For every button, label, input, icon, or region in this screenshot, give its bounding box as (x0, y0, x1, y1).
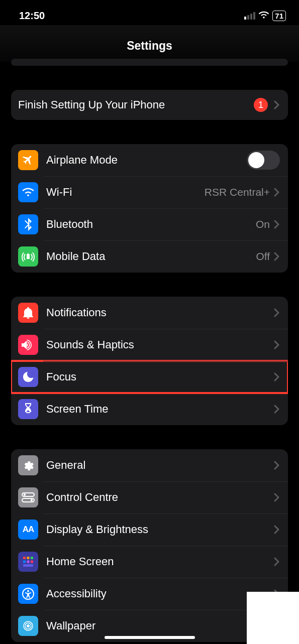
chevron-right-icon (274, 372, 280, 381)
status-bar: 12:50 71 (0, 0, 299, 25)
svg-rect-6 (31, 557, 33, 559)
accessibility-icon (18, 584, 38, 604)
accessibility-label: Accessibility (46, 587, 274, 600)
chevron-right-icon (274, 252, 280, 261)
focus-row[interactable]: Focus (11, 361, 288, 393)
general-row[interactable]: General (11, 449, 288, 481)
svg-rect-5 (27, 557, 30, 559)
chevron-right-icon (274, 220, 280, 229)
display-label: Display & Brightness (46, 523, 274, 536)
svg-rect-7 (23, 561, 26, 563)
home-indicator[interactable] (105, 636, 195, 639)
control-centre-row[interactable]: Control Centre (11, 481, 288, 513)
bluetooth-row[interactable]: Bluetooth On (11, 208, 288, 240)
home-screen-label: Home Screen (46, 555, 274, 568)
control-centre-icon (18, 487, 38, 507)
mobile-data-value: Off (256, 250, 270, 263)
finish-setup-label: Finish Setting Up Your iPhone (18, 98, 254, 111)
cellular-icon (18, 246, 38, 267)
screen-time-label: Screen Time (46, 403, 274, 416)
chevron-right-icon (274, 405, 280, 414)
svg-rect-8 (27, 561, 30, 563)
finish-setup-group: Finish Setting Up Your iPhone 1 (11, 90, 288, 120)
chevron-right-icon (274, 525, 280, 534)
svg-rect-10 (23, 564, 33, 567)
chevron-right-icon (274, 188, 280, 197)
airplane-toggle[interactable] (247, 151, 280, 170)
airplane-icon (18, 150, 38, 170)
svg-rect-9 (31, 561, 33, 563)
mobile-data-label: Mobile Data (46, 250, 256, 263)
bluetooth-value: On (256, 218, 270, 230)
airplane-label: Airplane Mode (46, 154, 247, 167)
attention-group: Notifications Sounds & Haptics Focus Scr… (11, 297, 288, 425)
sounds-label: Sounds & Haptics (46, 338, 274, 351)
control-centre-label: Control Centre (46, 491, 274, 504)
status-indicators: 71 (244, 10, 286, 22)
wifi-label: Wi-Fi (46, 186, 205, 199)
chevron-right-icon (274, 100, 280, 109)
profile-card-peek[interactable] (11, 59, 288, 66)
notification-badge: 1 (254, 98, 268, 112)
gear-icon (18, 455, 38, 475)
chevron-right-icon (274, 557, 280, 566)
mobile-data-row[interactable]: Mobile Data Off (11, 240, 288, 273)
notifications-row[interactable]: Notifications (11, 297, 288, 329)
sounds-row[interactable]: Sounds & Haptics (11, 329, 288, 361)
svg-point-12 (27, 590, 29, 592)
bluetooth-label: Bluetooth (46, 218, 256, 231)
connectivity-group: Airplane Mode Wi-Fi RSR Central+ Bluetoo… (11, 144, 288, 273)
wifi-value: RSR Central+ (205, 186, 270, 198)
svg-point-13 (27, 624, 30, 627)
display-row[interactable]: AA Display & Brightness (11, 513, 288, 546)
wallpaper-icon (18, 616, 38, 636)
wifi-icon (258, 10, 269, 22)
airplane-mode-row[interactable]: Airplane Mode (11, 144, 288, 176)
svg-rect-4 (23, 557, 26, 559)
chevron-right-icon (274, 308, 280, 317)
page-title: Settings (0, 25, 299, 62)
wifi-row[interactable]: Wi-Fi RSR Central+ (11, 176, 288, 208)
bluetooth-icon (18, 214, 38, 234)
focus-icon (18, 367, 38, 387)
notifications-label: Notifications (46, 306, 274, 319)
finish-setup-row[interactable]: Finish Setting Up Your iPhone 1 (11, 90, 288, 120)
chevron-right-icon (274, 461, 280, 470)
wifi-settings-icon (18, 182, 38, 202)
overlay-box (247, 592, 299, 644)
screen-time-row[interactable]: Screen Time (11, 393, 288, 425)
sounds-icon (18, 335, 38, 355)
notifications-icon (18, 303, 38, 323)
svg-point-3 (31, 499, 33, 501)
home-screen-icon (18, 552, 38, 572)
chevron-right-icon (274, 340, 280, 349)
screen-time-icon (18, 399, 38, 419)
status-time: 12:50 (19, 10, 45, 22)
home-screen-row[interactable]: Home Screen (11, 546, 288, 578)
focus-label: Focus (46, 370, 274, 383)
svg-point-1 (24, 493, 26, 495)
display-icon: AA (18, 520, 38, 540)
chevron-right-icon (274, 493, 280, 502)
wallpaper-label: Wallpaper (46, 619, 274, 632)
general-label: General (46, 459, 274, 472)
cellular-signal-icon (244, 12, 255, 20)
battery-indicator: 71 (272, 11, 286, 21)
